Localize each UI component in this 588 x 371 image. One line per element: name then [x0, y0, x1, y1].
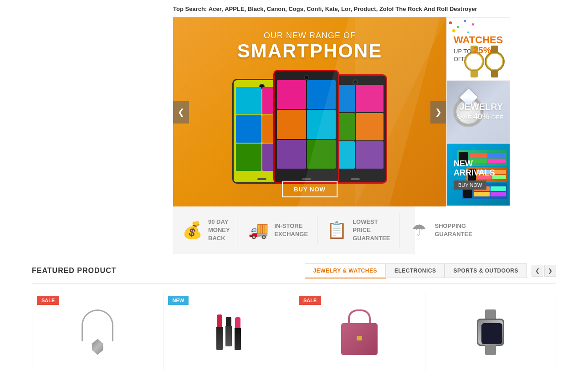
top-search-item[interactable]: Lor, [341, 5, 352, 12]
slider-prev-button[interactable]: ❮ [173, 101, 189, 124]
hero-subtitle: OUR NEW RANGE OF [237, 31, 383, 41]
top-search-bar: Top Search: Acer, APPLE, Black, Canon, C… [0, 0, 588, 17]
featured-section: FEATURED PRODUCT JEWELRY & WATCHES ELECT… [32, 254, 556, 371]
necklace-image [39, 303, 156, 362]
feature-money-back: 💰 90 DAY MONEY BACK [173, 213, 239, 247]
sale-badge-necklace: SALE [37, 296, 59, 305]
top-search-item[interactable]: Kate, [325, 5, 340, 12]
top-search-item[interactable]: Product, [354, 5, 378, 12]
arrivals-buy-button[interactable]: BUY NOW [454, 180, 486, 190]
tab-navigation: ❮ ❯ [532, 265, 556, 277]
watches-banner[interactable]: WATCHES UP TO 25% OFF [446, 17, 510, 80]
tab-sports-outdoors[interactable]: SPORTS & OUTDOORS [445, 263, 527, 278]
product-card-lipstick[interactable]: NEW [164, 291, 295, 371]
watch-product-image [432, 303, 549, 362]
feature-lowest-price: 📋 LOWEST PRICE GUARANTEE [317, 213, 399, 247]
top-search-item[interactable]: APPLE, [225, 5, 246, 12]
product-card-watch[interactable] [425, 291, 556, 371]
slider-next-button[interactable]: ❯ [430, 101, 446, 124]
watches-discount: UP TO 25% OFF [454, 45, 503, 62]
product-card-handbag[interactable]: SALE [294, 291, 425, 371]
tab-next-button[interactable]: ❯ [544, 265, 556, 277]
product-card-necklace[interactable]: SALE [32, 291, 164, 371]
top-search-item[interactable]: Black, [248, 5, 265, 12]
product-grid: SALE NEW [32, 291, 556, 371]
jewelry-title: JEWELRY [456, 102, 503, 112]
feature-exchange: 🚚 IN-STORE EXCHANGE [239, 216, 317, 244]
buy-now-button[interactable]: BUY NOW [282, 181, 337, 197]
top-search-item[interactable]: Cogs, [288, 5, 305, 12]
top-search-label: Top Search: [173, 5, 207, 12]
tab-prev-button[interactable]: ❮ [532, 265, 543, 277]
money-back-text: 90 DAY MONEY BACK [208, 218, 230, 243]
jewelry-banner[interactable]: JEWELRY SAVE 40% OFF [446, 80, 510, 143]
top-search-item[interactable]: Acer, [209, 5, 223, 12]
watches-text: WATCHES UP TO 25% OFF [447, 28, 510, 69]
arrivals-text: NEW ARRIVALS BUY NOW [447, 153, 502, 196]
shopping-guarantee-icon: ☂ [409, 221, 429, 240]
feature-shopping-guarantee: ☂ SHOPPING GUARANTEE [399, 216, 481, 244]
phone-red-main [273, 70, 339, 184]
hero-title: SMARTPHONE [237, 41, 383, 62]
handbag-image [301, 303, 418, 362]
top-search-item[interactable]: Zolof The Rock And Roll Destroyer [379, 5, 477, 12]
top-search-item[interactable]: Confi, [307, 5, 323, 12]
exchange-icon: 🚚 [248, 221, 269, 240]
features-bar: 💰 90 DAY MONEY BACK 🚚 IN-STORE EXCHANGE … [173, 206, 415, 254]
tab-jewelry-watches[interactable]: JEWELRY & WATCHES [305, 263, 386, 278]
sale-badge-handbag: SALE [299, 296, 321, 305]
watches-brand: WATCHES [454, 35, 503, 45]
exchange-text: IN-STORE EXCHANGE [274, 222, 308, 238]
jewelry-discount: SAVE 40% OFF [456, 112, 503, 122]
lowest-price-text: LOWEST PRICE GUARANTEE [353, 218, 390, 243]
shopping-guarantee-text: SHOPPING GUARANTEE [435, 222, 472, 238]
banner-area: OUR NEW RANGE OF SMARTPHONE [173, 17, 415, 206]
tab-electronics[interactable]: ELECTRONICS [386, 263, 445, 278]
arrivals-banner[interactable]: NEW ARRIVALS BUY NOW [446, 143, 510, 206]
hero-text: OUR NEW RANGE OF SMARTPHONE [237, 31, 383, 62]
phones-illustration [219, 65, 401, 184]
jewelry-text: JEWELRY SAVE 40% OFF [456, 102, 503, 122]
lowest-price-icon: 📋 [327, 221, 347, 240]
top-search-item[interactable]: Canon, [267, 5, 287, 12]
hero-slider: OUR NEW RANGE OF SMARTPHONE [173, 17, 446, 206]
money-back-icon: 💰 [182, 221, 203, 240]
featured-header: FEATURED PRODUCT JEWELRY & WATCHES ELECT… [32, 263, 556, 284]
featured-tabs: JEWELRY & WATCHES ELECTRONICS SPORTS & O… [305, 263, 556, 278]
lipstick-image [170, 303, 287, 362]
new-badge-lipstick: NEW [168, 296, 189, 305]
arrivals-title: NEW ARRIVALS [454, 160, 495, 178]
side-banners: WATCHES UP TO 25% OFF [446, 17, 510, 206]
featured-title: FEATURED PRODUCT [32, 267, 116, 275]
